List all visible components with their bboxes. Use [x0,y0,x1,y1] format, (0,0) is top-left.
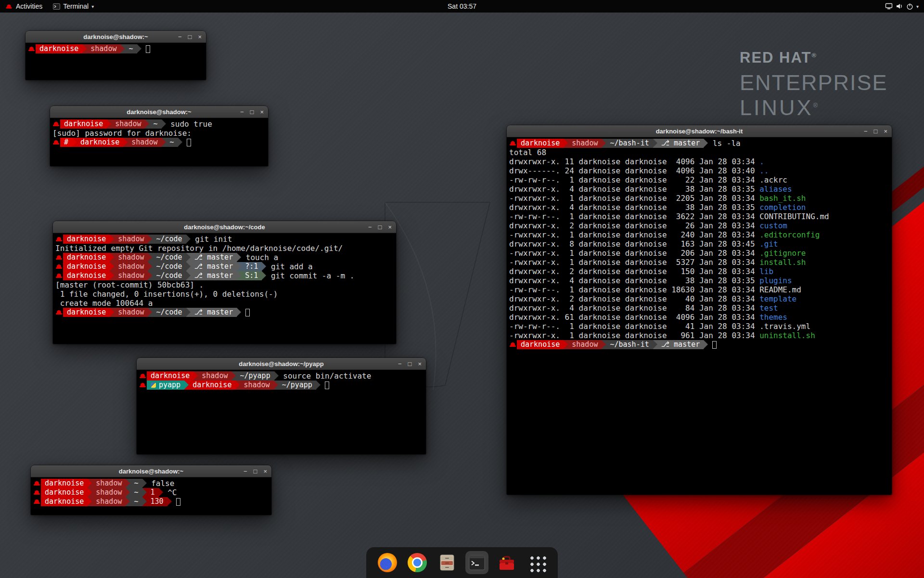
minimize-button[interactable]: − [368,224,372,230]
terminal-line: create mode 100644 a [55,299,394,308]
terminal-screen[interactable]: darknoiseshadow~ sudo true[sudo] passwor… [50,118,268,166]
terminal-text: git commit -a -m . [266,271,354,280]
prompt-segment-host: shadow [92,497,126,506]
terminal-text: drwxrwxr-x. 61 darknoise darknoise 4096 … [509,313,759,322]
close-button[interactable]: × [418,361,422,367]
terminal-text: -rw-rw-r--. 1 darknoise darknoise 3622 J… [509,212,829,221]
terminal-text: -rwxrwxr-x. 1 darknoise darknoise 240 Ja… [509,230,759,239]
terminal-text: plugins [759,276,792,285]
firefox-icon[interactable] [376,551,399,574]
terminal-cursor [176,498,180,506]
minimize-button[interactable]: − [864,128,868,134]
titlebar[interactable]: darknoise@shadow:~/pyapp − □ × [137,358,426,370]
python-icon [151,382,156,388]
prompt-segment-host: shadow [92,488,126,497]
terminal-window-pyapp[interactable]: darknoise@shadow:~/pyapp − □ × darknoise… [137,358,426,454]
window-title: darknoise@shadow:~/bash-it [656,128,743,135]
terminal-line: drwxrwxr-x. 61 darknoise darknoise 4096 … [509,313,890,322]
files-icon[interactable] [436,551,459,574]
terminal-screen[interactable]: darknoiseshadow~ falsedarknoiseshadow~1 … [31,477,271,515]
maximize-button[interactable]: □ [408,361,412,367]
maximize-button[interactable]: □ [250,109,254,115]
clock[interactable]: Sat 03:57 [443,0,481,13]
activities-button[interactable]: Activities [0,0,48,13]
terminal-text: git init [191,235,232,244]
app-grid-glyph [527,553,546,572]
terminal-window-bash-it[interactable]: darknoise@shadow:~/bash-it − □ × darknoi… [507,125,892,495]
maximize-button[interactable]: □ [188,34,192,40]
terminal-window-home-2[interactable]: darknoise@shadow:~ − □ × darknoiseshadow… [31,465,271,515]
powerline-arrow [167,497,172,506]
powerline-arrow-tri [653,139,657,147]
system-menu[interactable]: ▾ [880,0,924,13]
prompt-segment-gitu: ?:1 [241,262,262,271]
terminal-window-home-1[interactable]: darknoise@shadow:~ − □ × darknoiseshadow… [26,31,206,80]
close-button[interactable]: × [263,468,267,474]
close-button[interactable]: × [260,109,264,115]
powerline-arrow-tri [564,139,568,147]
powerline-arrow [262,271,266,280]
maximize-button[interactable]: □ [254,468,257,474]
terminal-text: completion [759,203,806,212]
prompt-segment-path: ~ [130,479,142,488]
close-button[interactable]: × [388,224,392,230]
titlebar[interactable]: darknoise@shadow:~ − □ × [31,465,271,477]
brand-linux: LINUX® [740,95,888,120]
terminal-window-sudo[interactable]: darknoise@shadow:~ − □ × darknoiseshadow… [50,106,268,166]
powerline-arrow [235,381,240,390]
prompt-segment-git: ⎇ master [191,308,237,317]
top-bar: Activities Terminal ▾ Sat 03:57 [0,0,924,13]
prompt-segment-user: darknoise [63,235,110,244]
maximize-button[interactable]: □ [874,128,878,134]
brand-redhat: RED HAT® [740,49,888,66]
terminal-line: darknoiseshadow~ false [33,479,270,488]
minimize-button[interactable]: − [178,34,182,40]
powerline-arrow [602,139,606,148]
close-button[interactable]: × [884,128,887,134]
powerline-arrow [704,139,708,148]
terminal-window-code[interactable]: darknoise@shadow:~/code − □ × darknoises… [53,221,396,344]
terminal-line: 1 file changed, 0 insertions(+), 0 delet… [55,289,394,299]
powerline-arrow [653,340,657,349]
prompt-segment-user: darknoise [41,497,88,506]
terminal-text: source bin/activate [279,371,372,381]
close-button[interactable]: × [198,34,202,40]
terminal-screen[interactable]: darknoiseshadow~/pyapp source bin/activa… [137,370,426,454]
terminal-text: drwxrwxr-x. 8 darknoise darknoise 163 Ja… [509,239,759,249]
powerline-arrow [148,262,152,271]
minimize-button[interactable]: − [398,361,402,367]
app-grid-icon[interactable] [525,551,548,574]
minimize-button[interactable]: − [240,109,244,115]
titlebar[interactable]: darknoise@shadow:~/bash-it − □ × [507,125,892,137]
terminal-icon[interactable] [465,551,488,574]
minimize-button[interactable]: − [244,468,247,474]
redhat-prompt-icon [139,371,147,381]
titlebar[interactable]: darknoise@shadow:~ − □ × [50,106,268,118]
maximize-button[interactable]: □ [378,224,382,230]
terminal-text: -rw-rw-r--. 1 darknoise darknoise 18630 … [509,285,801,294]
chrome-icon[interactable] [406,551,429,574]
titlebar[interactable]: darknoise@shadow:~ − □ × [26,31,206,43]
terminal-text: Initialized empty Git repository in /hom… [55,244,343,253]
powerline-arrow-tri [88,479,92,487]
window-title: darknoise@shadow:~ [127,108,191,116]
terminal-screen[interactable]: darknoiseshadow~/bash-it⎇ master ls -lat… [507,137,892,495]
prompt-segment-host: shadow [111,119,145,129]
powerline-arrow-tri [231,371,236,380]
terminal-mini-icon [53,3,60,10]
powerline-arrow-tri [126,488,130,497]
powerline-arrow [602,340,606,349]
prompt-segment-git: ⎇ master [657,139,704,148]
prompt-segment-host: shadow [128,138,161,147]
toolbox-icon[interactable] [495,551,518,574]
terminal-cursor [712,341,717,349]
prompt-segment-user: darknoise [147,371,193,381]
terminal-screen[interactable]: darknoiseshadow~/code git initInitialize… [53,233,396,344]
powerline-arrow [274,381,278,390]
terminal-screen[interactable]: darknoiseshadow~ [26,43,206,80]
terminal-text: sudo true [166,119,212,129]
prompt-segment-host: shadow [568,139,602,148]
powerline-arrow [110,262,114,271]
app-menu-terminal[interactable]: Terminal ▾ [48,0,99,13]
titlebar[interactable]: darknoise@shadow:~/code − □ × [53,221,396,233]
